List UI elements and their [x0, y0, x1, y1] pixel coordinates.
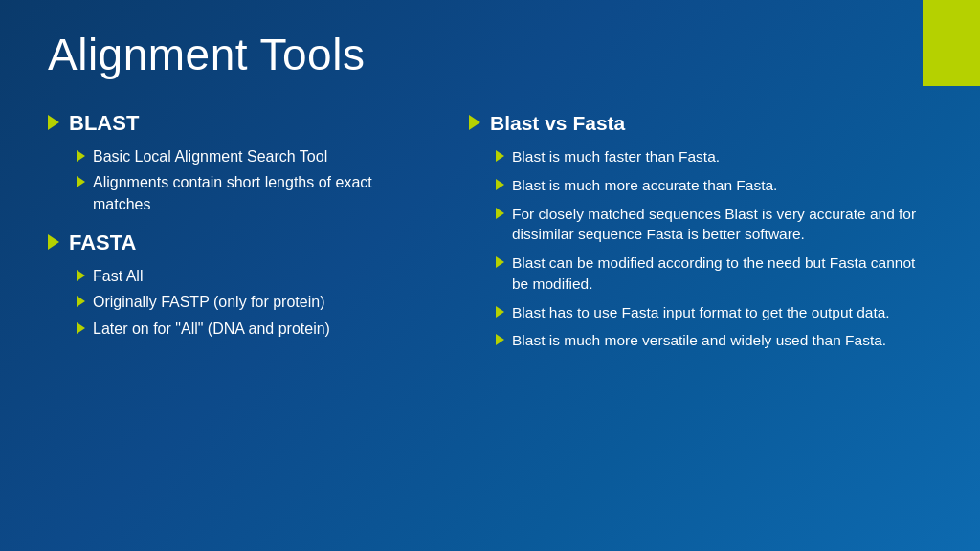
fasta-sub-arrow-2-icon: [77, 322, 85, 334]
fasta-sub-text-1: Originally FASTP (only for protein): [93, 292, 324, 313]
blast-label: BLAST: [69, 109, 139, 139]
blast-sub-text-1: Alignments contain short lengths of exac…: [93, 172, 431, 215]
blast-vs-fasta-section: Blast vs Fasta Blast is much faster than…: [469, 109, 932, 351]
bvf-sub-text-3: Blast can be modified according to the n…: [512, 253, 932, 294]
fasta-sub-arrow-0-icon: [77, 270, 85, 281]
bvf-arrow-icon: [469, 115, 480, 130]
fasta-label: FASTA: [69, 229, 136, 258]
fasta-main-item: FASTA: [48, 229, 431, 258]
left-column: BLAST Basic Local Alignment Search Tool …: [48, 109, 431, 364]
blast-arrow-icon: [48, 115, 59, 130]
slide-title: Alignment Tools: [48, 29, 932, 80]
blast-sub-text-0: Basic Local Alignment Search Tool: [93, 146, 327, 167]
bvf-sub-item-5: Blast is much more versatile and widely …: [496, 330, 932, 351]
bvf-sub-arrow-0-icon: [496, 150, 504, 162]
bvf-sub-item-3: Blast can be modified according to the n…: [496, 253, 932, 294]
bvf-sub-arrow-2-icon: [496, 208, 504, 219]
blast-vs-fasta-label: Blast vs Fasta: [490, 109, 625, 137]
bvf-sub-arrow-3-icon: [496, 256, 504, 268]
accent-rectangle: [923, 0, 980, 86]
blast-main-item: BLAST: [48, 109, 431, 139]
fasta-sub-item-2: Later on for "All" (DNA and protein): [77, 319, 431, 340]
bvf-sub-text-5: Blast is much more versatile and widely …: [512, 330, 886, 351]
slide-container: Alignment Tools BLAST Basic Local Alignm…: [0, 0, 980, 551]
fasta-sub-arrow-1-icon: [77, 296, 85, 307]
bvf-sub-item-1: Blast is much more accurate than Fasta.: [496, 175, 932, 196]
fasta-arrow-icon: [48, 234, 59, 250]
content-area: BLAST Basic Local Alignment Search Tool …: [48, 109, 932, 364]
blast-sub-arrow-0-icon: [77, 150, 85, 162]
blast-sub-item-0: Basic Local Alignment Search Tool: [77, 146, 431, 167]
bvf-sub-text-2: For closely matched sequences Blast is v…: [512, 204, 932, 245]
bvf-sub-item-2: For closely matched sequences Blast is v…: [496, 204, 932, 245]
bvf-sub-text-0: Blast is much faster than Fasta.: [512, 146, 720, 167]
bvf-sub-arrow-4-icon: [496, 306, 504, 318]
right-column: Blast vs Fasta Blast is much faster than…: [469, 109, 932, 364]
blast-section: BLAST Basic Local Alignment Search Tool …: [48, 109, 431, 215]
bvf-sub-item-4: Blast has to use Fasta input format to g…: [496, 302, 932, 323]
bvf-sub-arrow-5-icon: [496, 334, 504, 345]
fasta-sub-text-0: Fast All: [93, 266, 143, 287]
fasta-sub-item-0: Fast All: [77, 266, 431, 287]
fasta-sub-text-2: Later on for "All" (DNA and protein): [93, 319, 330, 340]
fasta-section: FASTA Fast All Originally FASTP (only fo…: [48, 229, 431, 340]
blast-vs-fasta-main-item: Blast vs Fasta: [469, 109, 932, 137]
bvf-sub-text-4: Blast has to use Fasta input format to g…: [512, 302, 890, 323]
fasta-sub-item-1: Originally FASTP (only for protein): [77, 292, 431, 313]
bvf-sub-arrow-1-icon: [496, 179, 504, 190]
blast-sub-item-1: Alignments contain short lengths of exac…: [77, 172, 431, 215]
bvf-sub-text-1: Blast is much more accurate than Fasta.: [512, 175, 777, 196]
blast-sub-arrow-1-icon: [77, 176, 85, 187]
bvf-sub-item-0: Blast is much faster than Fasta.: [496, 146, 932, 167]
